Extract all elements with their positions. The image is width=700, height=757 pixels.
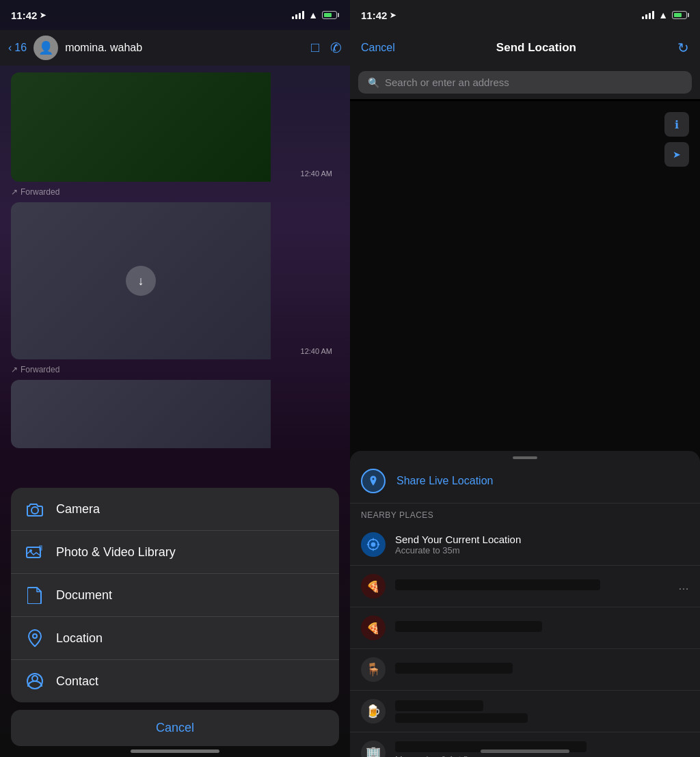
place-4-name — [395, 700, 483, 711]
current-location-icon — [361, 532, 386, 557]
action-document[interactable]: Document — [11, 574, 339, 617]
place-1-icon: 🍕 — [361, 574, 386, 598]
forwarded-label-2: ↗ Forwarded — [0, 362, 350, 377]
clock-right: 11:42 — [361, 10, 387, 21]
location-label: Location — [56, 631, 103, 646]
back-chevron-icon: ‹ — [8, 42, 12, 54]
nav-bar-right: Cancel Send Location ↻ — [350, 30, 700, 66]
nearby-place-5[interactable]: 🏢 Mezzanine & 1st floor — [350, 732, 700, 757]
video-call-icon[interactable]: □ — [311, 40, 319, 56]
avatar[interactable]: 👤 — [33, 36, 58, 60]
nearby-places-label: NEARBY PLACES — [350, 504, 700, 524]
document-label: Document — [56, 588, 112, 603]
share-live-icon — [361, 469, 386, 493]
location-icon — [25, 628, 45, 648]
svg-point-7 — [371, 542, 376, 547]
current-location-info: Send Your Current Location Accurate to 3… — [395, 534, 689, 555]
message-image-1 — [11, 72, 271, 182]
map-info-button[interactable]: ℹ — [664, 112, 689, 137]
phone-icon[interactable]: ✆ — [330, 40, 342, 56]
message-time-2: 12:40 AM — [301, 347, 332, 355]
message-bubble-3 — [11, 380, 339, 448]
refresh-button[interactable]: ↻ — [677, 40, 689, 56]
photo-video-label: Photo & Video Library — [56, 545, 176, 560]
map-overlay-buttons: ℹ ➤ — [664, 112, 689, 167]
left-panel: 11:42 ➤ ▲ ‹ 16 👤 m — [0, 0, 350, 757]
action-location[interactable]: Location — [11, 617, 339, 660]
send-current-location-row[interactable]: Send Your Current Location Accurate to 3… — [350, 524, 700, 566]
place-1-more: … — [678, 580, 689, 592]
camera-icon — [25, 499, 45, 519]
place-2-name — [395, 621, 542, 632]
nearby-place-4[interactable]: 🍺 — [350, 691, 700, 732]
action-camera[interactable]: Camera — [11, 488, 339, 531]
status-bar-left: 11:42 ➤ ▲ — [0, 0, 350, 30]
nav-bar-left: ‹ 16 👤 momina. wahab □ ✆ — [0, 30, 350, 66]
message-bubble-1: 12:40 AM — [11, 72, 339, 182]
map-location-button[interactable]: ➤ — [664, 142, 689, 167]
message-1: 12:40 AM — [0, 72, 350, 182]
status-icons-right: ▲ — [642, 10, 689, 20]
place-4-info — [395, 700, 689, 723]
map-view — [350, 101, 700, 463]
cancel-button-right[interactable]: Cancel — [361, 42, 395, 54]
place-5-sub: Mezzanine & 1st floor — [395, 754, 689, 757]
battery-icon-left — [322, 11, 339, 19]
place-3-icon: 🪑 — [361, 657, 386, 682]
nearby-place-1[interactable]: 🍕 … — [350, 566, 700, 607]
map-area[interactable]: ℹ ➤ — [350, 101, 700, 463]
svg-point-5 — [32, 676, 38, 681]
clock-left: 11:42 — [11, 10, 37, 21]
forwarded-label-1: ↗ Forwarded — [0, 184, 350, 199]
nearby-place-3[interactable]: 🪑 — [350, 649, 700, 691]
place-4-sub — [395, 713, 528, 723]
time-left: 11:42 ➤ — [11, 10, 46, 21]
action-contact[interactable]: Contact — [11, 660, 339, 702]
document-icon — [25, 585, 45, 605]
time-right: 11:42 ➤ — [361, 10, 396, 21]
back-button[interactable]: ‹ 16 — [8, 42, 27, 54]
status-bar-right: 11:42 ➤ ▲ — [350, 0, 700, 30]
svg-rect-3 — [39, 545, 42, 551]
nearby-place-2[interactable]: 🍕 — [350, 607, 700, 649]
home-indicator-left — [131, 749, 219, 753]
wifi-icon-right: ▲ — [658, 10, 668, 20]
location-arrow-left: ➤ — [40, 11, 46, 20]
place-3-name — [395, 663, 513, 674]
status-icons-left: ▲ — [292, 10, 339, 20]
signal-icon-left — [292, 11, 304, 19]
search-bar[interactable]: 🔍 Search or enter an address — [358, 71, 692, 94]
contact-icon — [25, 671, 45, 691]
home-indicator-right — [481, 749, 569, 753]
place-5-icon: 🏢 — [361, 741, 386, 757]
place-2-icon: 🍕 — [361, 616, 386, 640]
svg-point-0 — [31, 507, 38, 514]
message-time-1: 12:40 AM — [301, 169, 332, 178]
location-arrow-right: ➤ — [390, 11, 396, 20]
current-location-name: Send Your Current Location — [395, 534, 689, 545]
wifi-icon-left: ▲ — [308, 10, 318, 20]
svg-point-4 — [33, 634, 37, 638]
camera-label: Camera — [56, 502, 100, 517]
download-button[interactable]: ↓ — [126, 266, 156, 296]
signal-icon-right — [642, 11, 654, 19]
message-image-3 — [11, 380, 271, 448]
message-bubble-2: ↓ 12:40 AM — [11, 202, 339, 359]
share-live-location-row[interactable]: Share Live Location — [350, 459, 700, 504]
place-1-name — [395, 579, 600, 590]
nav-icons-right: □ ✆ — [311, 40, 342, 56]
map-location-arrow-icon: ➤ — [673, 149, 681, 160]
battery-icon-right — [672, 11, 689, 19]
cancel-text-left: Cancel — [156, 721, 194, 734]
right-panel: 11:42 ➤ ▲ Cancel Send Location ↻ — [350, 0, 700, 757]
send-location-title: Send Location — [496, 41, 576, 55]
search-icon: 🔍 — [368, 77, 379, 88]
action-photo-video[interactable]: Photo & Video Library — [11, 531, 339, 574]
place-2-info — [395, 621, 689, 635]
current-location-sub: Accurate to 35m — [395, 545, 689, 555]
cancel-button-left[interactable]: Cancel — [11, 710, 339, 746]
share-live-text: Share Live Location — [396, 475, 493, 487]
place-3-info — [395, 663, 689, 676]
location-sheet: Share Live Location NEARBY PLACES Send Y… — [350, 451, 700, 757]
contact-name[interactable]: momina. wahab — [65, 42, 304, 54]
